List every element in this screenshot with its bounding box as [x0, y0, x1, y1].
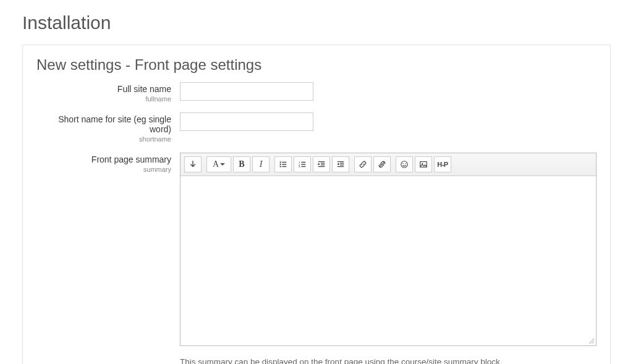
outdent-button[interactable] — [313, 156, 330, 172]
fullname-input[interactable] — [180, 82, 313, 101]
summary-help-text: This summary can be displayed on the fro… — [180, 357, 597, 364]
image-button[interactable] — [415, 156, 432, 172]
resize-handle[interactable] — [181, 338, 596, 345]
svg-rect-24 — [420, 162, 427, 167]
indent-icon — [336, 160, 345, 169]
paragraph-a-icon: A — [213, 159, 219, 169]
bold-button[interactable]: B — [233, 156, 250, 172]
label-col-shortname: Short name for site (eg single word) sho… — [36, 112, 180, 143]
ordered-list-button[interactable]: 123 — [294, 156, 311, 172]
toolbar-expand-button[interactable] — [184, 156, 202, 172]
svg-point-0 — [279, 161, 281, 163]
summary-editor: A B I — [180, 153, 597, 346]
unordered-list-button[interactable] — [274, 156, 292, 172]
chevron-down-icon — [220, 163, 225, 166]
editor-toolbar: A B I — [181, 153, 596, 176]
bullet-list-icon — [279, 160, 287, 169]
svg-text:3: 3 — [299, 165, 300, 168]
label-fullname: Full site name — [36, 84, 171, 94]
arrow-down-icon — [189, 160, 197, 169]
svg-point-23 — [405, 163, 406, 164]
label-col-fullname: Full site name fullname — [36, 82, 180, 103]
link-button[interactable] — [354, 156, 372, 172]
unlink-button[interactable] — [373, 156, 391, 172]
image-icon — [419, 160, 428, 169]
link-icon — [359, 160, 367, 169]
number-list-icon: 123 — [298, 160, 307, 169]
svg-point-22 — [402, 163, 404, 164]
shortname-input[interactable] — [180, 112, 313, 131]
indent-button[interactable] — [332, 156, 349, 172]
sublabel-fullname: fullname — [36, 95, 171, 103]
svg-point-2 — [279, 166, 281, 167]
sublabel-summary: summary — [36, 166, 171, 173]
paragraph-style-button[interactable]: A — [206, 156, 231, 172]
page-title: Installation — [22, 12, 611, 33]
h5p-icon: H-P — [437, 161, 448, 168]
row-shortname: Short name for site (eg single word) sho… — [36, 112, 597, 143]
svg-point-21 — [401, 161, 408, 168]
label-summary: Front page summary — [36, 154, 171, 164]
smile-icon — [400, 160, 409, 169]
settings-card: New settings - Front page settings Full … — [22, 44, 611, 364]
row-summary: Front page summary summary A — [36, 153, 597, 364]
unlink-icon — [378, 160, 386, 169]
row-fullname: Full site name fullname — [36, 82, 597, 103]
label-shortname: Short name for site (eg single word) — [36, 114, 171, 134]
italic-icon: I — [260, 159, 263, 169]
svg-point-1 — [279, 164, 281, 165]
label-col-summary: Front page summary summary — [36, 153, 180, 173]
outdent-icon — [317, 160, 326, 169]
sublabel-shortname: shortname — [36, 135, 171, 143]
bold-icon: B — [239, 159, 244, 169]
italic-button[interactable]: I — [252, 156, 270, 172]
h5p-button[interactable]: H-P — [434, 156, 451, 172]
summary-textarea[interactable] — [181, 176, 596, 338]
emoji-button[interactable] — [396, 156, 413, 172]
section-title: New settings - Front page settings — [36, 56, 597, 74]
